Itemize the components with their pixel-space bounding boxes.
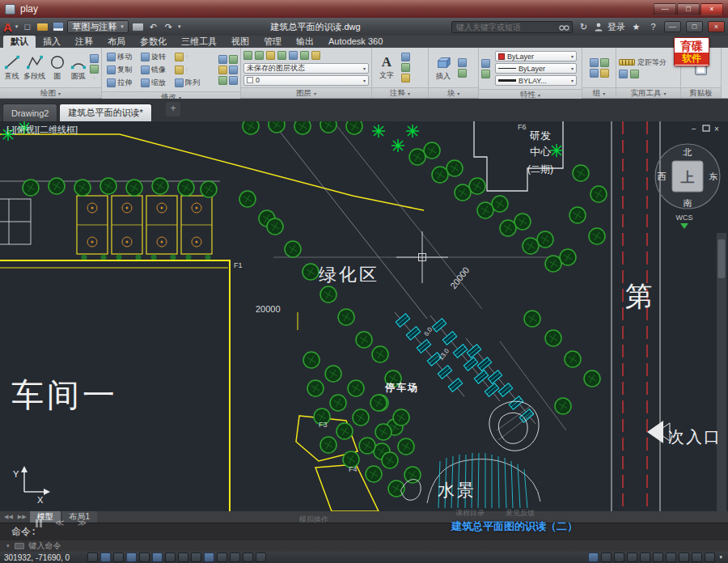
group-edit-icon[interactable] [590, 69, 599, 78]
dynamic-input-toggle[interactable] [204, 552, 214, 562]
ribbon-tab[interactable]: 管理 [256, 36, 289, 48]
new-icon[interactable]: □ [21, 22, 33, 32]
polyline-button[interactable]: 多段线 [23, 54, 45, 82]
groups-panel-label[interactable]: 组▾ [582, 87, 616, 98]
wcs-menu[interactable]: WCS [676, 214, 693, 222]
quick-view-layouts-button[interactable] [601, 552, 612, 562]
model-space-button[interactable] [588, 552, 599, 562]
fillet-icon[interactable] [175, 66, 184, 74]
layers-panel-label[interactable]: 图层▾ [241, 87, 371, 98]
clean-screen-button[interactable] [705, 552, 715, 562]
save-icon[interactable] [52, 22, 64, 32]
erase-icon[interactable] [218, 55, 227, 64]
explode-icon[interactable] [229, 55, 238, 64]
quick-view-drawings-button[interactable] [614, 552, 624, 562]
layer-freeze-icon[interactable] [277, 51, 286, 60]
properties-palette-icon[interactable] [481, 70, 490, 78]
ribbon-tab[interactable]: 参数化 [133, 36, 174, 48]
insert-block-button[interactable]: 插入 [431, 54, 455, 82]
clipboard-panel-label[interactable]: 剪贴板 [681, 87, 721, 98]
viewcube-north[interactable]: 北 [683, 147, 692, 157]
file-tab[interactable]: 建筑总平面的识读* [59, 104, 151, 121]
dynamic-ucs-toggle[interactable] [191, 552, 201, 562]
quick-properties-toggle[interactable] [243, 552, 253, 562]
polar-tracking-toggle[interactable] [139, 552, 150, 562]
ui-lock-button[interactable] [679, 552, 689, 562]
ribbon-tab[interactable]: 默认 [3, 36, 36, 48]
open-icon[interactable] [36, 22, 49, 32]
array-icon[interactable] [175, 78, 184, 87]
table-icon[interactable] [401, 74, 410, 83]
window-minimize-button[interactable]: — [654, 3, 676, 15]
search-binoculars-icon[interactable] [559, 23, 569, 32]
linetype-combo[interactable]: ByLayer ▾ [495, 63, 577, 74]
ungroup-icon[interactable] [600, 58, 609, 67]
viewcube-east[interactable]: 东 [709, 171, 718, 181]
viewcube-west[interactable]: 西 [658, 171, 667, 181]
group-manager-icon[interactable] [600, 69, 609, 78]
create-block-icon[interactable] [458, 58, 467, 67]
command-history[interactable]: 命令: [0, 523, 728, 540]
utilities-panel-label[interactable]: 实用工具▾ [616, 87, 680, 98]
mirror-button[interactable]: 镜像 [151, 65, 173, 75]
ribbon-tab[interactable]: 输出 [289, 36, 321, 48]
offset-icon[interactable] [218, 66, 227, 74]
sync-icon[interactable]: ↻ [578, 22, 590, 32]
autocad-menu-button[interactable]: A [3, 21, 12, 33]
move-button[interactable]: 移动 [117, 52, 139, 62]
hatch-tool-icon[interactable] [90, 65, 99, 74]
annotate-panel-label[interactable]: 注释▾ [372, 87, 428, 98]
canvas-scrollbar[interactable] [717, 233, 726, 511]
drawing-canvas[interactable]: Y X 上 北 南 西 东 WCS − [0, 121, 728, 511]
stretch-icon[interactable] [107, 78, 116, 87]
doc-close-icon[interactable]: × [714, 125, 719, 133]
window-close-button[interactable]: × [700, 3, 723, 15]
dimension-icon[interactable] [401, 53, 410, 61]
stretch-button[interactable]: 拉伸 [117, 78, 139, 88]
object-color-combo[interactable]: ByLayer ▾ [495, 51, 577, 61]
pause-icon[interactable] [36, 519, 42, 527]
rotate-button[interactable]: 旋转 [151, 52, 173, 62]
app-close-button[interactable]: × [708, 21, 725, 32]
draw-panel-label[interactable]: 绘图▾ [0, 87, 101, 98]
scale-icon[interactable] [141, 78, 150, 87]
id-point-icon[interactable] [630, 70, 639, 78]
ribbon-tab[interactable]: 插入 [36, 36, 68, 48]
window-restore-button[interactable]: □ [677, 3, 700, 15]
user-icon[interactable] [595, 23, 603, 32]
app-minimize-button[interactable]: — [664, 21, 681, 32]
scale-button[interactable]: 缩放 [151, 78, 173, 88]
status-menu-arrow-icon[interactable]: ▾ [717, 554, 724, 561]
player-menu-item[interactable]: 模拟操作 [299, 514, 328, 525]
array-button[interactable]: 阵列 [185, 78, 207, 88]
layer-lock-icon[interactable] [289, 51, 298, 60]
selection-cycling-toggle[interactable] [256, 552, 266, 562]
3d-object-snap-toggle[interactable] [165, 552, 176, 562]
quick-select-icon[interactable] [619, 70, 628, 78]
layer-off-icon[interactable] [255, 51, 264, 60]
layout-nav-next-icon[interactable]: ▶▶ [16, 514, 28, 520]
doc-minimize-icon[interactable]: − [692, 125, 696, 133]
file-tab[interactable]: Drawing2 [2, 104, 57, 121]
print-icon[interactable] [132, 22, 144, 32]
layer-state-combo[interactable]: 未保存的图层状态 ▾ [243, 63, 369, 74]
line-button[interactable]: 直线 [2, 54, 21, 82]
qat-dropdown-icon[interactable]: ▾ [178, 23, 181, 30]
workspace-combo[interactable]: 草图与注释 ▾ [67, 20, 129, 33]
signin-link[interactable]: 登录 [607, 21, 625, 33]
player-menu-item[interactable]: 课程目录 [455, 508, 485, 519]
new-drawing-button[interactable]: + [166, 102, 180, 116]
annotation-visibility-button[interactable] [627, 552, 637, 562]
transparency-toggle[interactable] [230, 552, 240, 562]
mirror-icon[interactable] [141, 66, 150, 74]
undo-icon[interactable]: ↶ [147, 22, 159, 32]
command-expand-icon[interactable]: ▾ [6, 543, 10, 549]
ribbon-tab[interactable]: 布局 [100, 36, 133, 48]
ribbon-tab[interactable]: 注释 [68, 36, 100, 48]
workspace-switching-button[interactable] [666, 552, 676, 562]
rectangle-tool-icon[interactable] [90, 54, 99, 63]
search-input[interactable] [455, 22, 559, 32]
ribbon-tab[interactable]: 三维工具 [174, 36, 224, 48]
snap-toggle[interactable] [100, 552, 111, 562]
text-button[interactable]: A 文字 [375, 55, 399, 81]
